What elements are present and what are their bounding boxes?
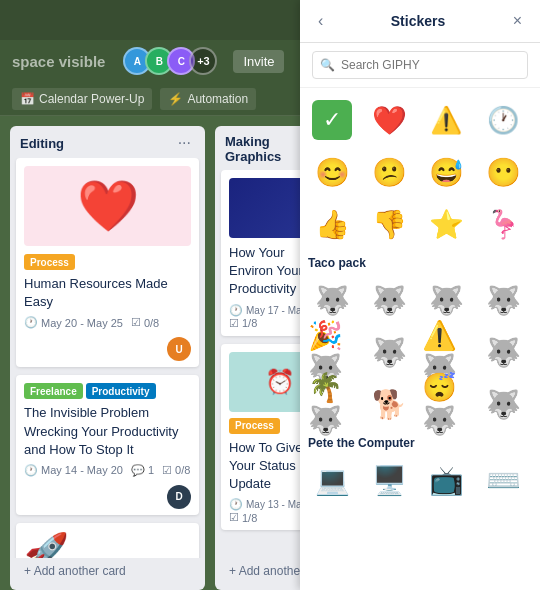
comment-icon-2: 💬: [131, 464, 145, 477]
sticker-check[interactable]: ✓: [308, 96, 356, 144]
card-human-resources[interactable]: ❤️ Process Human Resources Made Easy 🕐 M…: [16, 158, 199, 367]
sticker-clock[interactable]: 🕐: [479, 96, 527, 144]
taco-sticker-wolf-tropical[interactable]: 🌴🐺: [308, 380, 356, 428]
taco-sticker-wolf-sleeping[interactable]: 😴🐺: [422, 380, 470, 428]
search-icon: 🔍: [320, 58, 335, 72]
member-avatar-count[interactable]: +3: [189, 47, 217, 75]
card-date-1: 🕐 May 20 - May 25: [24, 316, 123, 329]
card-labels-1: Process: [24, 254, 191, 270]
stickers-search-input[interactable]: [312, 51, 528, 79]
calendar-icon: 📅: [20, 92, 35, 106]
checklist-icon-env: ☑: [229, 317, 239, 330]
tab-calendar-power-up[interactable]: 📅 Calendar Power-Up: [12, 88, 152, 110]
pete-sticker-1[interactable]: 💻: [308, 456, 356, 504]
card-meta-2: 🕐 May 14 - May 20 💬 1 ☑ 0/8 D: [24, 464, 191, 509]
card-avatar-2: D: [167, 485, 191, 509]
stickers-title: Stickers: [327, 13, 508, 29]
card-checklist-status: ☑ 1/8: [229, 511, 257, 524]
stickers-back-button[interactable]: ‹: [314, 12, 327, 30]
sticker-quiet[interactable]: 😶: [479, 148, 527, 196]
taco-sticker-wolf-jump[interactable]: 🐺: [479, 380, 527, 428]
card-meta-1: 🕐 May 20 - May 25 ☑ 0/8 U: [24, 316, 191, 361]
card-checklist-1: ☑ 0/8: [131, 316, 159, 329]
list-editing: Editing ··· ❤️ Process Human Resources M…: [10, 126, 205, 590]
card-checklist-2: ☑ 0/8: [162, 464, 190, 477]
taco-sticker-wolf-party[interactable]: 🎉🐺: [308, 328, 356, 376]
taco-pack-title: Taco pack: [308, 256, 532, 270]
default-stickers-grid: ✓ ❤️ ⚠️ 🕐 😊 😕 😅 😶 �: [308, 96, 532, 248]
invite-button[interactable]: Invite: [233, 50, 284, 73]
card-invisible-problem[interactable]: Freelance Productivity The Invisible Pro…: [16, 375, 199, 515]
card-title-2: The Invisible Problem Wrecking Your Prod…: [24, 404, 191, 459]
taco-sticker-wolf-howl[interactable]: 🐺: [479, 328, 527, 376]
pete-stickers-grid: 💻 🖥️ 📺 ⌨️: [308, 456, 532, 504]
clock-icon-status: 🕐: [229, 498, 243, 511]
checklist-icon-1: ☑: [131, 316, 141, 329]
automation-icon: ⚡: [168, 92, 183, 106]
card-checklist-env: ☑ 1/8: [229, 317, 257, 330]
label-process-status: Process: [229, 418, 280, 434]
sticker-star[interactable]: ⭐: [422, 200, 470, 248]
sticker-flamingo[interactable]: 🦩: [479, 200, 527, 248]
taco-sticker-wolf-gray[interactable]: 🐺: [365, 328, 413, 376]
pete-sticker-4[interactable]: ⌨️: [479, 456, 527, 504]
sticker-smile[interactable]: 😊: [308, 148, 356, 196]
add-card-editing[interactable]: + Add another card: [16, 558, 199, 584]
card-comments-2: 💬 1: [131, 464, 154, 477]
card-labels-2: Freelance Productivity: [24, 383, 191, 399]
search-wrapper: 🔍: [312, 51, 528, 79]
tab-calendar-label: Calendar Power-Up: [39, 92, 144, 106]
sticker-heart[interactable]: ❤️: [365, 96, 413, 144]
pete-sticker-3[interactable]: 📺: [422, 456, 470, 504]
label-freelance-2: Freelance: [24, 383, 83, 399]
checklist-icon-status: ☑: [229, 511, 239, 524]
list-editing-title: Editing: [20, 136, 64, 151]
taco-stickers-grid: 🐺 🐺 🐺 🐺 🎉🐺 🐺 ⚠️🐺 🐺 🌴🐺 🐕 😴🐺 🐺: [308, 276, 532, 428]
taco-sticker-wolf-love[interactable]: 🐺: [308, 276, 356, 324]
pete-section-title: Pete the Computer: [308, 436, 532, 450]
card-date-2: 🕐 May 14 - May 20: [24, 464, 123, 477]
stickers-header: ‹ Stickers ×: [300, 0, 540, 43]
member-avatars: A B C +3: [123, 47, 217, 75]
label-productivity-2: Productivity: [86, 383, 156, 399]
list-editing-header: Editing ···: [10, 126, 205, 158]
card-avatar-1: U: [167, 337, 191, 361]
board-title: space visible: [12, 53, 105, 70]
clock-icon-env: 🕐: [229, 304, 243, 317]
taco-sticker-wolf-plain[interactable]: 🐺: [365, 276, 413, 324]
card-remote-team[interactable]: 🚀 How I Planned A Remote Team Offsite Wi…: [16, 523, 199, 558]
card-icon-rocket: 🚀: [24, 531, 191, 558]
taco-sticker-wolf-glasses[interactable]: 🐺: [422, 276, 470, 324]
list-editing-menu[interactable]: ···: [174, 134, 195, 152]
editing-cards: ❤️ Process Human Resources Made Easy 🕐 M…: [10, 158, 205, 558]
card-cover-heart: ❤️: [24, 166, 191, 246]
sticker-thumbsup[interactable]: 👍: [308, 200, 356, 248]
stickers-body: ✓ ❤️ ⚠️ 🕐 😊 😕 😅 😶 �: [300, 88, 540, 590]
clock-icon-1: 🕐: [24, 316, 38, 329]
label-process-1: Process: [24, 254, 75, 270]
taco-sticker-wolf-alert[interactable]: ⚠️🐺: [422, 328, 470, 376]
stickers-close-button[interactable]: ×: [509, 12, 526, 30]
card-title-1: Human Resources Made Easy: [24, 275, 191, 311]
pete-sticker-2[interactable]: 🖥️: [365, 456, 413, 504]
sticker-thumbsdown[interactable]: 👎: [365, 200, 413, 248]
taco-sticker-wolf-golden[interactable]: 🐕: [365, 380, 413, 428]
checklist-icon-2: ☑: [162, 464, 172, 477]
sticker-warning[interactable]: ⚠️: [422, 96, 470, 144]
tab-automation-label: Automation: [187, 92, 248, 106]
sticker-sweat[interactable]: 😅: [422, 148, 470, 196]
tab-automation[interactable]: ⚡ Automation: [160, 88, 256, 110]
stickers-panel: ‹ Stickers × 🔍 ✓ ❤️ ⚠️ 🕐 😊: [300, 0, 540, 590]
clock-icon-2: 🕐: [24, 464, 38, 477]
stickers-search-area: 🔍: [300, 43, 540, 88]
sticker-confused[interactable]: 😕: [365, 148, 413, 196]
taco-sticker-wolf-husky[interactable]: 🐺: [479, 276, 527, 324]
